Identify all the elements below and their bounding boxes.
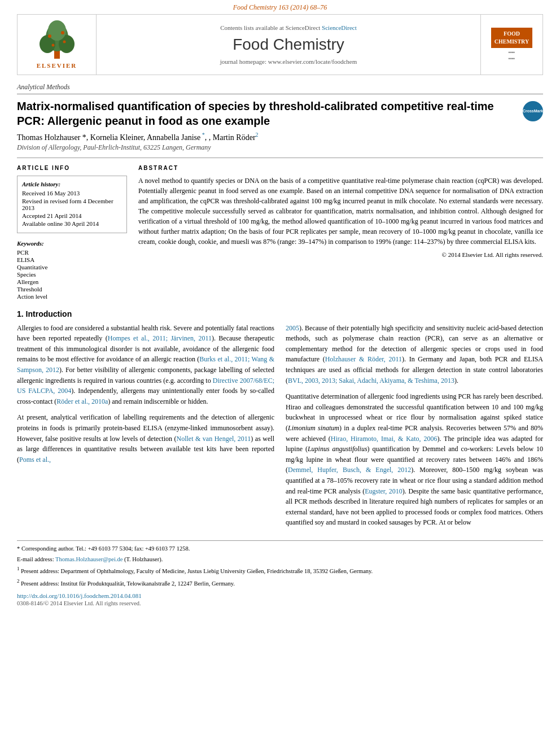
intro-right-para-1: 2005). Because of their potentially high…: [286, 323, 543, 386]
footnotes-section: * Corresponding author. Tel.: +49 6103 7…: [17, 540, 543, 588]
crossmark-circle: CrossMark: [523, 101, 543, 121]
intro-para-1: Allergies to food are considered a subst…: [17, 323, 274, 407]
elsevier-logo-section: ELSEVIER: [18, 15, 97, 75]
ref-bvl[interactable]: BVL, 2003, 2013; Sakai, Adachi, Akiyama,…: [288, 377, 454, 385]
svg-point-4: [48, 20, 66, 41]
keyword-threshold: Threshold: [17, 286, 127, 292]
ref-eugster[interactable]: Eugster, 2010: [365, 487, 403, 495]
ref-poms[interactable]: Poms et al.,: [19, 456, 51, 464]
fc-logo-box: FOOD CHEMISTRY: [491, 28, 532, 48]
citation-text: Food Chemistry 163 (2014) 68–76: [233, 3, 327, 11]
footnote-1: 1 Present address: Department of Ophthal…: [17, 565, 543, 575]
ref-nollet[interactable]: Nollet & van Hengel, 2011: [177, 435, 251, 443]
intro-right-col: 2005). Because of their potentially high…: [286, 323, 543, 534]
received-date: Received 16 May 2013: [22, 190, 122, 196]
ref-burks[interactable]: Burks et al., 2011; Wang & Sampson, 2012: [17, 355, 274, 374]
article-history-heading: Article history:: [22, 181, 122, 187]
article-info-label: ARTICLE INFO: [17, 165, 127, 171]
article-title: CrossMark Matrix-normalised quantificati…: [17, 99, 543, 128]
issn-line: 0308-8146/© 2014 Elsevier Ltd. All right…: [17, 600, 543, 606]
journal-title: Food Chemistry: [233, 36, 344, 54]
affiliation: Division of Allergology, Paul-Ehrlich-In…: [17, 143, 543, 152]
email-link[interactable]: Thomas.Holzhauser@pei.de: [55, 556, 123, 562]
main-body: 1. Introduction Allergies to food are co…: [17, 309, 543, 534]
ref-hompes[interactable]: Hompes et al., 2011; Järvinen, 2011: [108, 334, 212, 342]
sciencedirect-line: Contents lists available at ScienceDirec…: [220, 24, 357, 31]
elsevier-wordmark: ELSEVIER: [37, 62, 77, 69]
ref-2005[interactable]: 2005: [286, 324, 299, 332]
intro-right-para-2: Quantitative determination of allergenic…: [286, 391, 543, 528]
abstract-column: ABSTRACT A novel method to quantify spec…: [138, 165, 543, 300]
doi-link[interactable]: http://dx.doi.org/10.1016/j.foodchem.201…: [17, 592, 142, 599]
svg-point-7: [51, 44, 54, 47]
svg-point-6: [61, 31, 64, 34]
accepted-date: Accepted 21 April 2014: [22, 212, 122, 219]
keyword-allergen: Allergen: [17, 278, 127, 285]
ref-directive[interactable]: Directive 2007/68/EC; US FALCPA, 2004: [17, 377, 274, 395]
footnote-star: * Corresponding author. Tel.: +49 6103 7…: [17, 544, 543, 553]
svg-point-5: [48, 34, 51, 38]
intro-two-col: Allergies to food are considered a subst…: [17, 323, 543, 534]
elsevier-tree-icon: [32, 20, 82, 60]
keyword-action-level: Action level: [17, 293, 127, 300]
sciencedirect-link[interactable]: ScienceDirect: [322, 24, 357, 31]
journal-title-section: Contents lists available at ScienceDirec…: [97, 15, 480, 75]
authors-line: Thomas Holzhauser *, Kornelia Kleiner, A…: [17, 132, 543, 142]
keyword-pcr: PCR: [17, 249, 127, 256]
abstract-text: A novel method to quantify species or DN…: [138, 176, 543, 260]
keywords-section: Keywords: PCR ELISA Quantitative Species…: [17, 240, 127, 300]
crossmark-badge: CrossMark: [523, 101, 543, 121]
article-info-column: ARTICLE INFO Article history: Received 1…: [17, 165, 127, 300]
revised-date: Revised in revised form 4 December 2013: [22, 198, 122, 211]
article-history-box: Article history: Received 16 May 2013 Re…: [17, 176, 127, 233]
ref-hirao[interactable]: Hirao, Hiramoto, Imai, & Kato, 2006: [331, 435, 438, 443]
fc-logo-section: FOOD CHEMISTRY ▪▪▪▪▪▪▪▪: [480, 15, 542, 75]
doi-line: http://dx.doi.org/10.1016/j.foodchem.201…: [17, 592, 543, 599]
article-info-abstract-section: ARTICLE INFO Article history: Received 1…: [17, 158, 543, 300]
available-date: Available online 30 April 2014: [22, 220, 122, 227]
intro-section-title: 1. Introduction: [17, 309, 543, 318]
article-type: Analytical Methods: [17, 83, 543, 94]
keyword-elisa: ELISA: [17, 256, 127, 263]
food-chemistry-logo: FOOD CHEMISTRY ▪▪▪▪▪▪▪▪: [491, 28, 532, 62]
ref-demmel[interactable]: Demmel, Hupfer, Busch, & Engel, 2012: [288, 466, 411, 474]
footnote-2: 2 Present address: Institut für Produktq…: [17, 578, 543, 588]
keyword-species: Species: [17, 271, 127, 278]
keywords-label: Keywords:: [17, 240, 127, 247]
abstract-label: ABSTRACT: [138, 165, 543, 171]
citation-bar: Food Chemistry 163 (2014) 68–76: [0, 0, 560, 14]
keyword-quantitative: Quantitative: [17, 264, 127, 270]
homepage-line: journal homepage: www.elsevier.com/locat…: [220, 58, 357, 65]
intro-para-2: At present, analytical verification of l…: [17, 412, 274, 465]
footnote-email: E-mail address: Thomas.Holzhauser@pei.de…: [17, 555, 543, 564]
intro-left-col: Allergies to food are considered a subst…: [17, 323, 274, 534]
svg-point-8: [63, 41, 65, 43]
ref-holzhauser-roder[interactable]: Holzhauser & Röder, 2011: [325, 355, 402, 363]
copyright-line: © 2014 Elsevier Ltd. All rights reserved…: [138, 250, 543, 260]
ref-roder2010[interactable]: Röder et al., 2010a: [56, 397, 108, 405]
journal-header: ELSEVIER Contents lists available at Sci…: [17, 14, 543, 75]
